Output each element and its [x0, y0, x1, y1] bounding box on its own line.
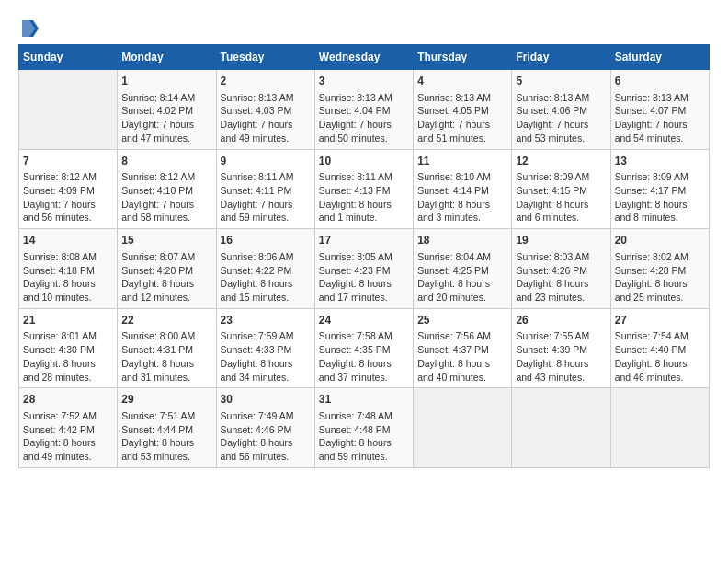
day-info: Sunrise: 8:13 AMSunset: 4:04 PMDaylight:…	[319, 91, 409, 145]
calendar-cell: 30Sunrise: 7:49 AMSunset: 4:46 PMDayligh…	[216, 388, 314, 468]
calendar-week-row: 21Sunrise: 8:01 AMSunset: 4:30 PMDayligh…	[19, 308, 710, 388]
calendar-cell: 13Sunrise: 8:09 AMSunset: 4:17 PMDayligh…	[610, 149, 709, 229]
day-info: Sunrise: 7:49 AMSunset: 4:46 PMDaylight:…	[221, 409, 311, 464]
day-info: Sunrise: 8:13 AMSunset: 4:05 PMDaylight:…	[417, 91, 507, 145]
calendar-cell: 4Sunrise: 8:13 AMSunset: 4:05 PMDaylight…	[414, 70, 512, 150]
calendar-header-row: SundayMondayTuesdayWednesdayThursdayFrid…	[19, 45, 710, 70]
day-number: 21	[23, 313, 113, 328]
calendar-cell: 10Sunrise: 8:11 AMSunset: 4:13 PMDayligh…	[314, 149, 413, 229]
day-info: Sunrise: 7:56 AMSunset: 4:37 PMDaylight:…	[417, 329, 507, 384]
day-info: Sunrise: 7:58 AMSunset: 4:35 PMDaylight:…	[319, 329, 409, 384]
day-number: 25	[417, 313, 507, 328]
day-number: 19	[516, 233, 606, 248]
calendar-cell: 6Sunrise: 8:13 AMSunset: 4:07 PMDaylight…	[610, 70, 709, 150]
day-info: Sunrise: 8:03 AMSunset: 4:26 PMDaylight:…	[516, 250, 606, 304]
day-number: 26	[516, 313, 606, 328]
calendar-cell: 22Sunrise: 8:00 AMSunset: 4:31 PMDayligh…	[118, 308, 216, 388]
day-info: Sunrise: 8:08 AMSunset: 4:18 PMDaylight:…	[23, 250, 113, 304]
calendar-week-row: 14Sunrise: 8:08 AMSunset: 4:18 PMDayligh…	[19, 229, 710, 309]
day-info: Sunrise: 8:14 AMSunset: 4:02 PMDaylight:…	[121, 91, 211, 145]
day-info: Sunrise: 8:12 AMSunset: 4:10 PMDaylight:…	[121, 170, 211, 224]
day-number: 1	[121, 74, 211, 89]
day-number: 14	[23, 233, 113, 248]
day-info: Sunrise: 8:11 AMSunset: 4:11 PMDaylight:…	[221, 170, 311, 224]
page-header	[18, 18, 710, 35]
day-info: Sunrise: 7:48 AMSunset: 4:48 PMDaylight:…	[319, 409, 409, 464]
day-number: 28	[23, 392, 113, 408]
day-number: 9	[221, 154, 311, 169]
day-number: 17	[319, 233, 409, 248]
day-number: 7	[23, 154, 113, 169]
day-info: Sunrise: 8:11 AMSunset: 4:13 PMDaylight:…	[319, 170, 409, 224]
day-info: Sunrise: 8:06 AMSunset: 4:22 PMDaylight:…	[221, 250, 311, 304]
calendar-cell: 5Sunrise: 8:13 AMSunset: 4:06 PMDaylight…	[512, 70, 610, 150]
day-number: 31	[319, 392, 409, 408]
calendar-cell: 3Sunrise: 8:13 AMSunset: 4:04 PMDaylight…	[314, 70, 413, 150]
day-header-wednesday: Wednesday	[314, 45, 413, 70]
calendar-cell: 26Sunrise: 7:55 AMSunset: 4:39 PMDayligh…	[512, 308, 610, 388]
calendar-cell: 16Sunrise: 8:06 AMSunset: 4:22 PMDayligh…	[216, 229, 314, 309]
calendar-cell: 21Sunrise: 8:01 AMSunset: 4:30 PMDayligh…	[19, 308, 118, 388]
day-header-tuesday: Tuesday	[216, 45, 314, 70]
day-number: 6	[615, 74, 705, 89]
day-number: 27	[615, 313, 705, 328]
calendar-cell: 19Sunrise: 8:03 AMSunset: 4:26 PMDayligh…	[512, 229, 610, 309]
day-number: 13	[615, 154, 705, 169]
day-info: Sunrise: 8:09 AMSunset: 4:15 PMDaylight:…	[516, 170, 606, 224]
day-number: 3	[319, 74, 409, 89]
logo	[18, 18, 40, 35]
day-info: Sunrise: 7:51 AMSunset: 4:44 PMDaylight:…	[121, 409, 211, 464]
calendar-cell: 2Sunrise: 8:13 AMSunset: 4:03 PMDaylight…	[216, 70, 314, 150]
day-number: 8	[121, 154, 211, 169]
calendar-cell: 7Sunrise: 8:12 AMSunset: 4:09 PMDaylight…	[19, 149, 118, 229]
day-number: 22	[121, 313, 211, 328]
calendar-cell: 27Sunrise: 7:54 AMSunset: 4:40 PMDayligh…	[610, 308, 709, 388]
logo-icon	[20, 18, 40, 39]
calendar-week-row: 7Sunrise: 8:12 AMSunset: 4:09 PMDaylight…	[19, 149, 710, 229]
day-header-thursday: Thursday	[414, 45, 512, 70]
calendar-cell: 29Sunrise: 7:51 AMSunset: 4:44 PMDayligh…	[118, 388, 216, 468]
calendar-cell: 25Sunrise: 7:56 AMSunset: 4:37 PMDayligh…	[414, 308, 512, 388]
day-number: 10	[319, 154, 409, 169]
calendar-cell: 31Sunrise: 7:48 AMSunset: 4:48 PMDayligh…	[314, 388, 413, 468]
day-info: Sunrise: 8:13 AMSunset: 4:07 PMDaylight:…	[615, 91, 705, 145]
calendar-cell	[610, 388, 709, 468]
calendar-cell	[512, 388, 610, 468]
day-info: Sunrise: 8:01 AMSunset: 4:30 PMDaylight:…	[23, 329, 113, 384]
calendar-cell: 23Sunrise: 7:59 AMSunset: 4:33 PMDayligh…	[216, 308, 314, 388]
calendar-table: SundayMondayTuesdayWednesdayThursdayFrid…	[18, 44, 710, 468]
day-info: Sunrise: 8:02 AMSunset: 4:28 PMDaylight:…	[615, 250, 705, 304]
calendar-cell	[19, 70, 118, 150]
calendar-cell: 28Sunrise: 7:52 AMSunset: 4:42 PMDayligh…	[19, 388, 118, 468]
calendar-cell: 12Sunrise: 8:09 AMSunset: 4:15 PMDayligh…	[512, 149, 610, 229]
calendar-cell	[414, 388, 512, 468]
day-number: 2	[221, 74, 311, 89]
day-number: 20	[615, 233, 705, 248]
day-number: 29	[121, 392, 211, 408]
calendar-cell: 15Sunrise: 8:07 AMSunset: 4:20 PMDayligh…	[118, 229, 216, 309]
day-number: 23	[221, 313, 311, 328]
day-number: 15	[121, 233, 211, 248]
day-info: Sunrise: 8:07 AMSunset: 4:20 PMDaylight:…	[121, 250, 211, 304]
calendar-cell: 14Sunrise: 8:08 AMSunset: 4:18 PMDayligh…	[19, 229, 118, 309]
day-info: Sunrise: 8:00 AMSunset: 4:31 PMDaylight:…	[121, 329, 211, 384]
day-info: Sunrise: 8:12 AMSunset: 4:09 PMDaylight:…	[23, 170, 113, 224]
calendar-cell: 11Sunrise: 8:10 AMSunset: 4:14 PMDayligh…	[414, 149, 512, 229]
day-header-sunday: Sunday	[19, 45, 118, 70]
day-info: Sunrise: 7:54 AMSunset: 4:40 PMDaylight:…	[615, 329, 705, 384]
day-info: Sunrise: 8:05 AMSunset: 4:23 PMDaylight:…	[319, 250, 409, 304]
calendar-cell: 17Sunrise: 8:05 AMSunset: 4:23 PMDayligh…	[314, 229, 413, 309]
day-number: 4	[417, 74, 507, 89]
day-number: 5	[516, 74, 606, 89]
calendar-cell: 1Sunrise: 8:14 AMSunset: 4:02 PMDaylight…	[118, 70, 216, 150]
calendar-cell: 20Sunrise: 8:02 AMSunset: 4:28 PMDayligh…	[610, 229, 709, 309]
day-info: Sunrise: 7:59 AMSunset: 4:33 PMDaylight:…	[221, 329, 311, 384]
day-number: 24	[319, 313, 409, 328]
day-info: Sunrise: 8:13 AMSunset: 4:06 PMDaylight:…	[516, 91, 606, 145]
day-info: Sunrise: 7:55 AMSunset: 4:39 PMDaylight:…	[516, 329, 606, 384]
calendar-cell: 24Sunrise: 7:58 AMSunset: 4:35 PMDayligh…	[314, 308, 413, 388]
calendar-week-row: 28Sunrise: 7:52 AMSunset: 4:42 PMDayligh…	[19, 388, 710, 468]
day-number: 16	[221, 233, 311, 248]
calendar-cell: 9Sunrise: 8:11 AMSunset: 4:11 PMDaylight…	[216, 149, 314, 229]
day-number: 18	[417, 233, 507, 248]
